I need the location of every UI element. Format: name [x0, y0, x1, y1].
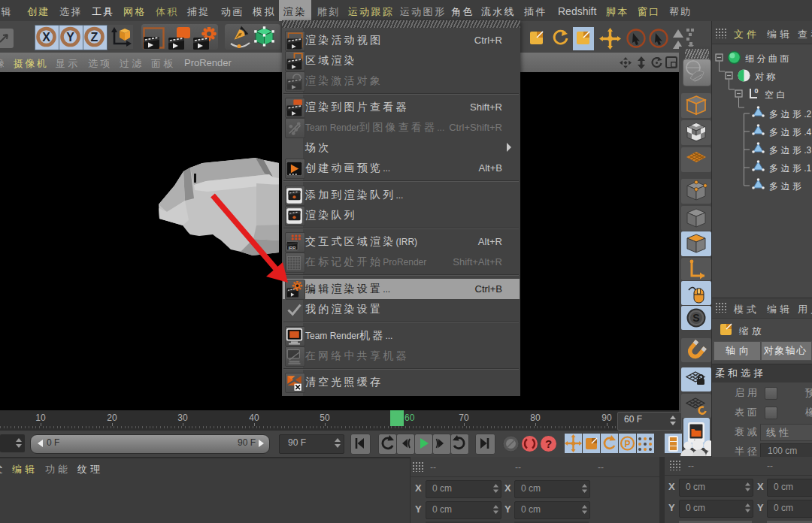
svg-text:IRR: IRR: [288, 246, 295, 250]
svg-text:0: 0: [754, 87, 758, 95]
svg-text:Y: Y: [66, 31, 74, 44]
svg-text:?: ?: [545, 437, 552, 450]
svg-text:Z: Z: [91, 31, 98, 44]
svg-text:P: P: [624, 439, 630, 449]
svg-text:S: S: [692, 312, 699, 324]
svg-text:X: X: [42, 31, 50, 44]
